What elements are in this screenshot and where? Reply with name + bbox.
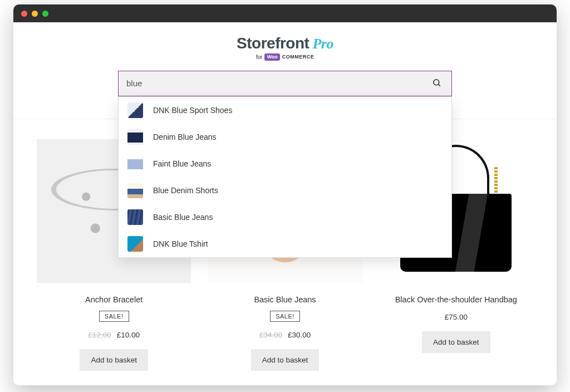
suggestion-thumb [127,236,143,252]
suggestion-item[interactable]: Faint Blue Jeans [119,150,451,177]
window-titlebar [13,4,557,22]
add-to-basket-button[interactable]: Add to basket [251,349,320,371]
search-container: DNK Blue Sport ShoesDenim Blue JeansFain… [118,71,452,96]
price: £75.00 [445,313,468,321]
suggestion-label: Denim Blue Jeans [153,133,217,141]
old-price: £12.00 [88,331,111,339]
suggestion-label: DNK Blue Tshirt [153,239,208,248]
sale-badge: SALE! [99,311,129,322]
close-icon[interactable] [21,11,27,17]
suggestion-label: Basic Blue Jeans [153,213,213,222]
price-row: £12.00£10.00 [88,331,140,339]
search-input[interactable] [126,79,430,88]
suggestion-thumb [127,183,143,198]
search-suggestions: DNK Blue Sport ShoesDenim Blue JeansFain… [118,96,452,258]
suggestion-thumb [127,102,143,118]
suggestion-label: Faint Blue Jeans [153,159,211,168]
svg-line-1 [438,84,440,86]
logo-for: for [256,54,263,60]
product-title[interactable]: Anchor Bracelet [85,295,142,304]
product-title[interactable]: Black Over-the-shoulder Handbag [395,295,517,304]
suggestion-thumb [127,156,143,171]
suggestion-thumb [127,209,143,225]
add-to-basket-button[interactable]: Add to basket [422,331,490,353]
logo-suffix: Pro [309,36,333,52]
search-bar [118,71,452,96]
logo-brand: Storefront [237,35,309,52]
suggestion-thumb [127,129,143,145]
price-row: £75.00 [445,313,468,321]
suggestion-item[interactable]: Blue Denim Shorts [119,177,451,204]
old-price: £34.00 [259,331,282,339]
product-title[interactable]: Basic Blue Jeans [254,295,316,304]
suggestion-label: DNK Blue Sport Shoes [153,106,232,115]
suggestion-item[interactable]: Denim Blue Jeans [119,124,451,150]
browser-window: Storefront Pro for Woo COMMERCE [13,4,557,385]
svg-point-0 [434,80,439,85]
suggestion-item[interactable]: Basic Blue Jeans [119,204,451,231]
search-button[interactable] [430,76,444,91]
minimize-icon[interactable] [32,11,38,17]
site-logo: Storefront Pro [237,35,333,52]
sale-badge: SALE! [270,311,300,322]
maximize-icon[interactable] [42,11,48,17]
logo-subtitle: for Woo COMMERCE [256,53,315,61]
woo-badge: Woo [264,53,279,61]
price: £30.00 [288,331,311,339]
price-row: £34.00£30.00 [259,331,311,339]
price: £10.00 [117,331,140,339]
add-to-basket-button[interactable]: Add to basket [80,349,148,371]
search-icon [432,81,441,89]
page-viewport: Storefront Pro for Woo COMMERCE [13,22,557,385]
suggestion-label: Blue Denim Shorts [153,186,218,195]
suggestion-item[interactable]: DNK Blue Sport Shoes [119,97,451,124]
site-header: Storefront Pro for Woo COMMERCE [13,22,557,66]
suggestion-item[interactable]: DNK Blue Tshirt [119,231,451,257]
logo-commerce: COMMERCE [282,54,315,60]
